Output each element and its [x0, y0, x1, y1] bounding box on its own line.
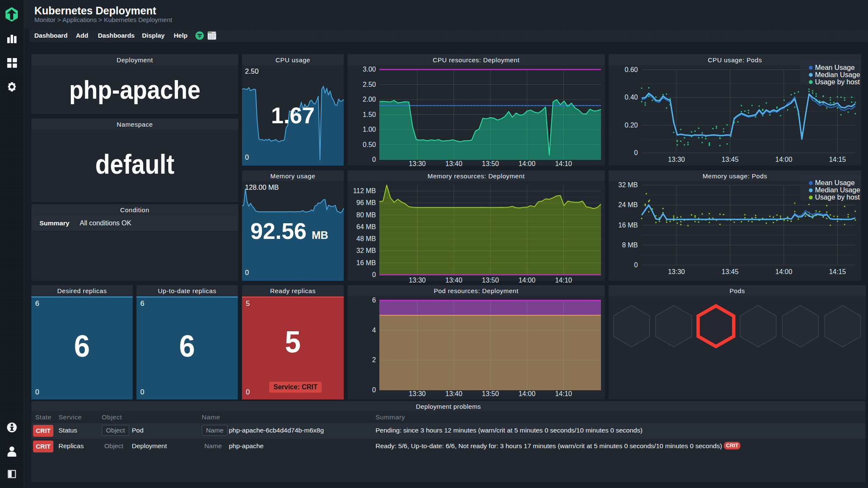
svg-text:13:45: 13:45: [722, 156, 739, 163]
svg-text:13:30: 13:30: [668, 268, 685, 275]
svg-text:4: 4: [372, 327, 376, 334]
svg-text:0: 0: [245, 269, 249, 276]
svg-text:92.56: 92.56: [250, 219, 307, 244]
svg-text:0.40: 0.40: [625, 94, 638, 101]
svg-text:13:30: 13:30: [668, 156, 685, 163]
svg-text:2.00: 2.00: [363, 96, 376, 103]
svg-text:14:00: 14:00: [775, 156, 792, 163]
svg-text:Mean Usage: Mean Usage: [815, 64, 855, 71]
svg-text:Mean Usage: Mean Usage: [815, 179, 855, 186]
svg-text:32 MB: 32 MB: [618, 181, 638, 189]
svg-text:2.50: 2.50: [245, 67, 259, 75]
svg-text:0: 0: [372, 156, 376, 163]
svg-text:0: 0: [634, 149, 638, 156]
svg-text:13:40: 13:40: [445, 160, 462, 167]
svg-text:Usage by host: Usage by host: [815, 193, 860, 201]
svg-text:Median Usage: Median Usage: [815, 186, 860, 194]
svg-text:13:30: 13:30: [409, 390, 426, 397]
svg-text:32 MB: 32 MB: [356, 247, 376, 254]
svg-text:48 MB: 48 MB: [356, 235, 376, 242]
svg-text:0.20: 0.20: [625, 122, 638, 129]
svg-text:24 MB: 24 MB: [618, 201, 638, 208]
svg-text:13:30: 13:30: [409, 160, 426, 167]
svg-text:14:15: 14:15: [829, 268, 846, 275]
svg-text:13:50: 13:50: [482, 160, 499, 167]
svg-text:16 MB: 16 MB: [356, 259, 376, 266]
svg-text:128.00 MB: 128.00 MB: [245, 183, 279, 191]
svg-text:13:40: 13:40: [445, 390, 462, 397]
svg-text:14:10: 14:10: [555, 160, 572, 167]
svg-text:13:50: 13:50: [482, 390, 499, 397]
svg-text:1.00: 1.00: [363, 126, 376, 133]
svg-text:13:50: 13:50: [482, 277, 499, 284]
svg-text:1.50: 1.50: [363, 111, 376, 118]
svg-text:0.50: 0.50: [363, 141, 376, 148]
svg-text:16 MB: 16 MB: [618, 222, 638, 229]
svg-text:13:40: 13:40: [445, 277, 462, 284]
svg-text:0: 0: [245, 153, 249, 161]
svg-text:2.50: 2.50: [363, 81, 376, 88]
svg-text:13:30: 13:30: [409, 277, 426, 284]
svg-text:96 MB: 96 MB: [356, 199, 376, 206]
svg-text:14:10: 14:10: [555, 277, 572, 284]
svg-text:64 MB: 64 MB: [356, 223, 376, 230]
svg-text:0: 0: [372, 271, 376, 278]
svg-text:112 MB: 112 MB: [353, 187, 376, 194]
svg-text:14:10: 14:10: [555, 390, 572, 397]
svg-text:3.00: 3.00: [363, 66, 376, 73]
svg-text:Usage by host: Usage by host: [815, 78, 860, 86]
svg-text:MB: MB: [312, 229, 328, 241]
svg-text:Median Usage: Median Usage: [815, 71, 860, 78]
svg-text:2: 2: [372, 356, 376, 363]
svg-text:8 MB: 8 MB: [622, 241, 638, 249]
svg-text:0.60: 0.60: [625, 66, 638, 73]
svg-text:14:00: 14:00: [518, 277, 535, 284]
svg-text:6: 6: [372, 297, 376, 304]
svg-text:80 MB: 80 MB: [356, 211, 376, 219]
svg-text:13:45: 13:45: [722, 268, 739, 275]
svg-text:14:15: 14:15: [829, 156, 846, 163]
svg-text:0: 0: [372, 386, 376, 394]
svg-text:0: 0: [634, 261, 638, 269]
svg-text:14:00: 14:00: [775, 268, 792, 275]
svg-text:14:00: 14:00: [518, 160, 535, 167]
svg-text:14:00: 14:00: [518, 390, 535, 397]
svg-text:1.67: 1.67: [271, 103, 314, 128]
